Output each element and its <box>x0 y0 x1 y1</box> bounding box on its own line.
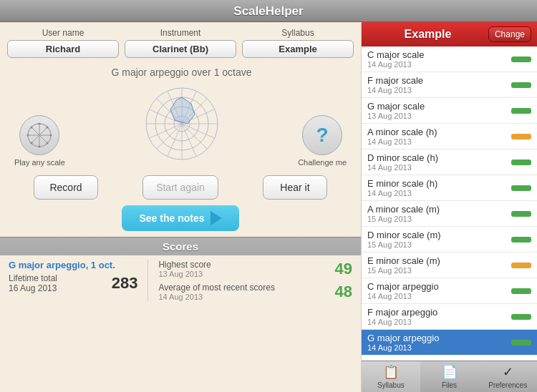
scale-list-item[interactable]: A minor scale (h) 14 Aug 2013 <box>362 124 537 150</box>
tab-files[interactable]: 📄 Files <box>420 361 479 392</box>
challenge-me-container: ? Challenge me <box>298 115 347 167</box>
scale-item-name: D minor scale (m) <box>367 230 441 240</box>
instrument-button[interactable]: Clarinet (Bb) <box>125 40 236 58</box>
lifetime-date: 16 Aug 2013 <box>9 283 57 293</box>
tab-bar: 📋 Syllabus 📄 Files ✓ Preferences <box>362 361 537 392</box>
svg-marker-29 <box>170 97 195 124</box>
question-mark-icon: ? <box>316 124 329 147</box>
tab-label: Preferences <box>488 381 527 389</box>
score-bar <box>511 237 531 242</box>
scale-list: C major scale 14 Aug 2013 F major scale … <box>362 46 537 361</box>
svg-point-14 <box>31 142 33 144</box>
scale-list-item[interactable]: G major arpeggio 14 Aug 2013 <box>362 330 537 356</box>
icons-row: Play any scale G major arpeggio over 1 o… <box>0 61 361 170</box>
notes-row: See the notes <box>0 205 361 237</box>
username-field-group: User name Richard <box>7 28 119 58</box>
svg-point-15 <box>27 134 29 137</box>
scale-item-name: A minor scale (h) <box>367 127 437 137</box>
syllabus-button[interactable]: Example <box>242 40 354 58</box>
lifetime-value: 283 <box>112 274 138 293</box>
highest-date: 13 Aug 2013 <box>158 270 211 278</box>
svg-point-10 <box>47 127 49 129</box>
challenge-me-button[interactable]: ? <box>302 115 342 155</box>
scale-list-item[interactable]: G major scale 13 Aug 2013 <box>362 98 537 124</box>
scale-item-date: 15 Aug 2013 <box>367 215 440 223</box>
svg-line-4 <box>39 135 47 143</box>
scale-list-item[interactable]: D minor scale (m) 15 Aug 2013 <box>362 227 537 253</box>
score-bar <box>511 185 531 191</box>
scale-item-date: 14 Aug 2013 <box>367 137 437 146</box>
username-button[interactable]: Richard <box>7 40 119 58</box>
scale-list-item[interactable]: A minor arpeggio 14 Aug 2013 <box>362 356 537 361</box>
scale-item-name: D minor scale (h) <box>367 152 438 163</box>
scale-item-date: 14 Aug 2013 <box>367 163 438 172</box>
tab-preferences[interactable]: ✓ Preferences <box>478 361 537 392</box>
scale-item-info: F major arpeggio 14 Aug 2013 <box>367 307 437 326</box>
svg-point-12 <box>47 142 49 144</box>
scale-list-item[interactable]: E minor scale (h) 14 Aug 2013 <box>362 175 537 201</box>
scale-list-item[interactable]: E minor scale (m) 15 Aug 2013 <box>362 253 537 278</box>
average-date: 14 Aug 2013 <box>158 293 275 301</box>
svg-point-9 <box>39 123 41 125</box>
score-bar <box>511 211 531 217</box>
scale-item-date: 14 Aug 2013 <box>367 318 437 326</box>
play-any-scale-label: Play any scale <box>14 158 65 167</box>
scale-item-info: D minor scale (m) 15 Aug 2013 <box>367 230 441 249</box>
scale-list-item[interactable]: D minor scale (h) 14 Aug 2013 <box>362 150 537 175</box>
right-panel: Example Change C major scale 14 Aug 2013… <box>362 22 537 392</box>
svg-point-13 <box>39 146 41 148</box>
fields-row: User name Richard Instrument Clarinet (B… <box>0 22 361 61</box>
tab-label: Syllabus <box>377 381 405 389</box>
tab-icon: 📋 <box>383 364 399 380</box>
scale-item-info: F major scale 14 Aug 2013 <box>367 75 423 94</box>
scores-header: Scores <box>0 237 361 255</box>
score-left: G major arpeggio, 1 oct. Lifetime total … <box>9 260 137 301</box>
action-buttons-row: Record Start again Hear it <box>0 170 361 205</box>
scale-item-name: C major scale <box>367 49 424 60</box>
score-bar <box>511 160 531 165</box>
scale-item-info: C major arpeggio 14 Aug 2013 <box>367 281 439 300</box>
right-header-title: Example <box>367 28 488 41</box>
tab-label: Files <box>442 381 457 389</box>
username-label: User name <box>42 28 84 38</box>
scale-item-info: A minor scale (m) 15 Aug 2013 <box>367 204 440 223</box>
play-any-scale-button[interactable] <box>19 115 59 155</box>
syllabus-label: Syllabus <box>281 28 314 38</box>
main-container: User name Richard Instrument Clarinet (B… <box>0 22 537 392</box>
highest-label: Highest score <box>158 260 211 270</box>
scale-description: G major arpeggio over 1 octave <box>111 67 251 78</box>
scale-item-date: 15 Aug 2013 <box>367 266 440 275</box>
scale-item-info: G major arpeggio 14 Aug 2013 <box>367 333 439 352</box>
record-button[interactable]: Record <box>34 175 98 200</box>
see-notes-label: See the notes <box>139 212 204 224</box>
scale-item-name: G major arpeggio <box>367 333 439 343</box>
lifetime-label: Lifetime total <box>9 273 57 283</box>
scale-item-name: C major arpeggio <box>367 281 439 292</box>
scale-list-item[interactable]: F major scale 14 Aug 2013 <box>362 72 537 98</box>
scale-item-date: 14 Aug 2013 <box>367 60 424 69</box>
scale-item-info: D minor scale (h) 14 Aug 2013 <box>367 152 438 172</box>
change-button[interactable]: Change <box>488 26 531 42</box>
scale-list-item[interactable]: C major scale 14 Aug 2013 <box>362 46 537 72</box>
average-sub: Average of most recent scores 14 Aug 201… <box>158 283 275 301</box>
hear-it-button[interactable]: Hear it <box>263 175 327 200</box>
tab-syllabus[interactable]: 📋 Syllabus <box>362 361 420 392</box>
left-panel: User name Richard Instrument Clarinet (B… <box>0 22 362 392</box>
scale-item-info: E minor scale (m) 15 Aug 2013 <box>367 255 440 275</box>
score-bar <box>511 57 531 62</box>
scale-list-item[interactable]: C major arpeggio 14 Aug 2013 <box>362 278 537 304</box>
score-bar <box>511 314 531 320</box>
see-notes-button[interactable]: See the notes <box>122 205 238 231</box>
scale-list-item[interactable]: F major arpeggio 14 Aug 2013 <box>362 304 537 330</box>
score-title: G major arpeggio, 1 oct. <box>9 260 137 270</box>
score-bar <box>511 82 531 88</box>
app-header: ScaleHelper <box>0 0 537 22</box>
lifetime-row: Lifetime total 16 Aug 2013 283 <box>9 273 137 293</box>
scale-list-item[interactable]: A minor scale (m) 15 Aug 2013 <box>362 201 537 227</box>
instrument-label: Instrument <box>160 28 201 38</box>
score-bar <box>511 263 531 268</box>
play-any-scale-container: Play any scale <box>14 115 65 167</box>
score-bar <box>511 288 531 294</box>
start-again-button[interactable]: Start again <box>142 175 218 200</box>
scale-item-date: 14 Aug 2013 <box>367 292 439 300</box>
